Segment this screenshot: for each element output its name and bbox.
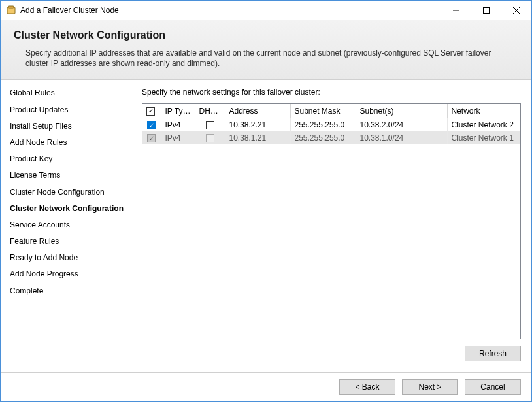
sidebar-item-install-setup-files[interactable]: Install Setup Files [1, 118, 131, 135]
cell-address: 10.38.1.21 [225, 131, 290, 144]
sidebar: Global Rules Product Updates Install Set… [1, 80, 131, 372]
window-title: Add a Failover Cluster Node [20, 6, 441, 15]
row-select-checkbox[interactable]: ✓ [147, 121, 156, 129]
titlebar: Add a Failover Cluster Node [1, 1, 531, 20]
sidebar-item-add-node-progress[interactable]: Add Node Progress [1, 266, 131, 282]
cell-mask: 255.255.255.0 [290, 131, 356, 144]
cell-subnets: 10.38.1.0/24 [356, 131, 447, 144]
back-button[interactable]: < Back [339, 379, 395, 395]
cancel-button[interactable]: Cancel [465, 379, 521, 395]
column-header-mask[interactable]: Subnet Mask [290, 104, 356, 118]
cell-address[interactable]: 10.38.2.21 [225, 118, 290, 131]
sidebar-item-global-rules[interactable]: Global Rules [1, 85, 131, 101]
page-title: Cluster Network Configuration [14, 29, 518, 41]
main-panel: Specify the network settings for this fa… [131, 80, 531, 372]
sidebar-item-feature-rules[interactable]: Feature Rules [1, 233, 131, 250]
instruction-text: Specify the network settings for this fa… [142, 88, 521, 97]
refresh-row: Refresh [142, 339, 521, 365]
header: Cluster Network Configuration Specify ad… [1, 20, 531, 80]
column-header-subnets[interactable]: Subnet(s) [356, 104, 447, 118]
sidebar-item-license-terms[interactable]: License Terms [1, 167, 131, 184]
sidebar-item-product-key[interactable]: Product Key [1, 151, 131, 167]
cell-mask[interactable]: 255.255.255.0 [290, 118, 356, 131]
body: Global Rules Product Updates Install Set… [1, 80, 531, 372]
sidebar-item-ready-to-add-node[interactable]: Ready to Add Node [1, 250, 131, 266]
close-button[interactable] [501, 1, 531, 20]
cell-subnets: 10.38.2.0/24 [356, 118, 447, 131]
cell-iptype: IPv4 [161, 118, 195, 131]
column-header-select[interactable]: ✓ [142, 104, 161, 118]
svg-rect-1 [8, 6, 14, 8]
sidebar-item-product-updates[interactable]: Product Updates [1, 102, 131, 118]
grid-row-readonly: ✓ IPv4 10.38.1.21 255.255.255.0 10.38.1.… [142, 131, 520, 144]
footer: < Back Next > Cancel [1, 372, 531, 401]
network-grid: ✓ IP Ty… DHCP Address Subnet Mask Subnet… [142, 103, 521, 339]
select-all-checkbox[interactable]: ✓ [146, 107, 155, 116]
cell-network: Cluster Network 2 [447, 118, 520, 131]
sidebar-item-service-accounts[interactable]: Service Accounts [1, 217, 131, 233]
svg-rect-3 [484, 8, 490, 14]
app-icon [6, 5, 16, 16]
dhcp-checkbox[interactable] [206, 121, 214, 129]
column-header-network[interactable]: Network [447, 104, 520, 118]
page-description: Specify additional IP addresses that are… [25, 48, 496, 69]
dhcp-checkbox [206, 134, 214, 142]
sidebar-item-cluster-network-configuration[interactable]: Cluster Network Configuration [1, 201, 131, 217]
column-header-iptype[interactable]: IP Ty… [161, 104, 195, 118]
column-header-address[interactable]: Address [225, 104, 290, 118]
minimize-button[interactable] [441, 1, 471, 20]
sidebar-item-complete[interactable]: Complete [1, 283, 131, 299]
window-controls [441, 1, 531, 20]
grid-header-row: ✓ IP Ty… DHCP Address Subnet Mask Subnet… [142, 104, 520, 118]
column-header-dhcp[interactable]: DHCP [195, 104, 225, 118]
sidebar-item-add-node-rules[interactable]: Add Node Rules [1, 135, 131, 151]
next-button[interactable]: Next > [402, 379, 458, 395]
maximize-button[interactable] [471, 1, 501, 20]
cell-network: Cluster Network 1 [447, 131, 520, 144]
cell-iptype: IPv4 [161, 131, 195, 144]
sidebar-item-cluster-node-configuration[interactable]: Cluster Node Configuration [1, 184, 131, 201]
grid-row[interactable]: ✓ IPv4 10.38.2.21 255.255.255.0 10.38.2.… [142, 118, 520, 131]
refresh-button[interactable]: Refresh [465, 346, 521, 361]
wizard-window: Add a Failover Cluster Node Cluster Netw… [0, 0, 532, 402]
row-select-checkbox: ✓ [147, 134, 156, 142]
